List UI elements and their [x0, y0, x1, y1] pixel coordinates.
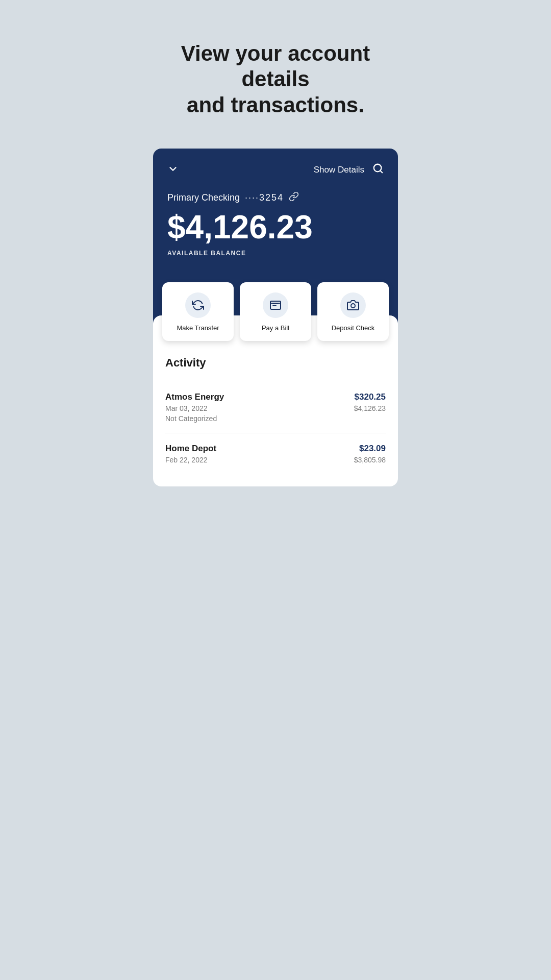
quick-actions: Make Transfer Pay a Bill [153, 282, 398, 341]
transaction-date: Feb 22, 2022 [165, 456, 216, 464]
page-header: View your account details and transactio… [138, 0, 413, 149]
card-header: Show Details [153, 149, 398, 185]
transaction-right: $23.09 $3,805.98 [354, 444, 386, 464]
activity-title: Activity [165, 356, 386, 370]
balance-label: AVAILABLE BALANCE [167, 250, 384, 257]
svg-point-3 [351, 304, 355, 308]
show-details-button[interactable]: Show Details [314, 165, 364, 175]
transaction-date: Mar 03, 2022 [165, 404, 224, 412]
transfer-icon-circle [185, 292, 211, 318]
activity-section: Activity Atmos Energy Mar 03, 2022 Not C… [153, 315, 398, 486]
transaction-right: $320.25 $4,126.23 [354, 392, 386, 412]
transfer-icon [192, 299, 204, 311]
header-right: Show Details [314, 163, 384, 177]
transaction-left: Home Depot Feb 22, 2022 [165, 444, 216, 464]
bill-icon [269, 299, 282, 311]
deposit-check-button[interactable]: Deposit Check [317, 282, 389, 341]
pay-bill-label: Pay a Bill [262, 324, 289, 332]
balance-amount: $4,126.23 [167, 209, 384, 245]
pay-bill-button[interactable]: Pay a Bill [240, 282, 311, 341]
camera-icon-circle [340, 292, 366, 318]
account-card: Show Details Primary Checking ····3254 [138, 149, 413, 486]
account-info: Primary Checking ····3254 $4,126.23 AVAI… [153, 185, 398, 282]
transaction-row[interactable]: Atmos Energy Mar 03, 2022 Not Categorize… [165, 382, 386, 433]
camera-icon [347, 299, 359, 311]
transaction-amount: $320.25 [355, 392, 386, 402]
transaction-left: Atmos Energy Mar 03, 2022 Not Categorize… [165, 392, 224, 423]
account-name-row: Primary Checking ····3254 [167, 191, 384, 204]
transaction-name: Atmos Energy [165, 392, 224, 402]
account-number: ····3254 [245, 192, 284, 203]
deposit-check-label: Deposit Check [332, 324, 375, 332]
transaction-amount: $23.09 [359, 444, 386, 454]
account-name-label: Primary Checking [167, 192, 240, 203]
make-transfer-label: Make Transfer [177, 324, 219, 332]
link-icon [289, 191, 299, 204]
transaction-row[interactable]: Home Depot Feb 22, 2022 $23.09 $3,805.98 [165, 433, 386, 474]
transaction-category: Not Categorized [165, 414, 224, 423]
search-button[interactable] [372, 163, 384, 177]
chevron-down-button[interactable] [167, 163, 179, 177]
bill-icon-circle [263, 292, 288, 318]
transaction-balance: $3,805.98 [354, 456, 386, 464]
transaction-balance: $4,126.23 [354, 404, 386, 412]
svg-line-1 [380, 170, 382, 173]
make-transfer-button[interactable]: Make Transfer [162, 282, 234, 341]
page-title: View your account details and transactio… [158, 41, 393, 118]
transaction-name: Home Depot [165, 444, 216, 454]
